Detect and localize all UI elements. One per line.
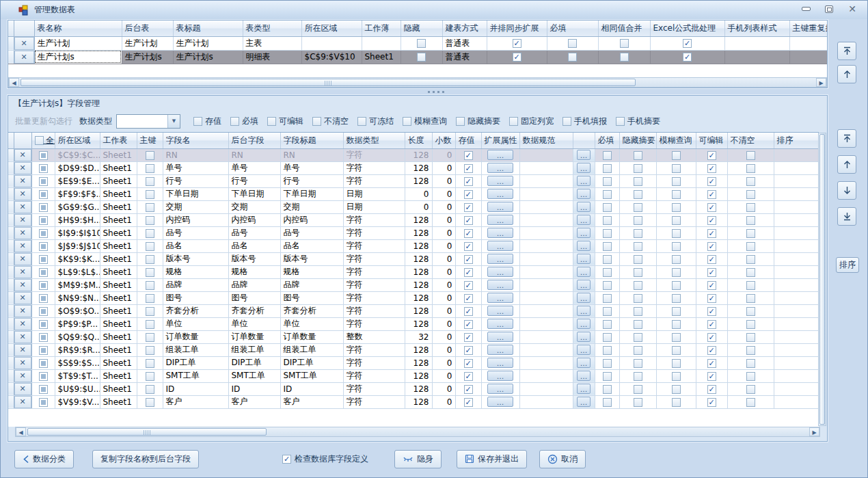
delete-row-button[interactable]: ✕ [14,51,34,64]
checkbox[interactable] [746,190,755,199]
cell-rule-picker[interactable]: … [573,265,595,278]
cell-rule-picker[interactable]: … [573,356,595,369]
cell-rule-picker[interactable]: … [573,317,595,330]
row-select-checkbox[interactable] [39,151,48,160]
cell-rule-picker[interactable]: … [573,174,595,187]
checkbox[interactable] [746,229,755,238]
rule-picker-button[interactable]: … [577,267,591,277]
row-select-checkbox[interactable] [39,216,48,225]
cell-editable[interactable]: ✓ [696,330,727,343]
checkbox[interactable]: ✓ [464,398,473,407]
cell-range[interactable]: $N$9:$N... [55,291,100,304]
cell-fuzzy-search[interactable] [656,395,696,408]
cell-backend-field[interactable]: 图号 [228,291,280,304]
cell-sync_expand[interactable]: ✓ [487,36,547,50]
cell-field-name[interactable]: 品号 [163,226,228,239]
table-row[interactable]: ✕$G$9:$G...Sheet1交期交期交期日期00✓……✓ [8,200,819,213]
checkbox[interactable] [146,359,154,368]
extended-props-button[interactable]: … [487,319,513,329]
checkbox[interactable] [746,294,755,303]
cell-not-clear[interactable] [727,265,774,278]
cell-fuzzy-search[interactable] [656,161,696,174]
checkbox[interactable] [146,281,154,290]
cell-editable[interactable]: ✓ [696,356,727,369]
cell-field-name[interactable]: DIP工单 [163,356,228,369]
extended-props-button[interactable]: … [487,358,513,368]
restore-button[interactable] [824,4,835,14]
checkbox[interactable] [603,216,612,225]
cell-field-title[interactable]: 齐套分析 [280,304,343,317]
checkbox[interactable]: ✓ [513,53,521,62]
cell-store[interactable]: ✓ [455,148,481,161]
row-select-checkbox[interactable] [39,177,48,186]
checkbox[interactable] [603,333,612,342]
cell-excel_batch[interactable]: ✓ [650,36,724,50]
checkbox[interactable] [634,229,642,238]
checkbox[interactable] [672,216,681,225]
checkbox[interactable] [620,53,629,62]
cell-sheet[interactable]: Sheet1 [100,330,137,343]
checkbox[interactable] [634,359,642,368]
cell-sort[interactable] [774,330,819,343]
cell-data-rule[interactable] [519,382,573,395]
extended-props-button[interactable]: … [487,150,513,160]
cell-required[interactable] [595,304,619,317]
cell-hide-summary[interactable] [619,317,656,330]
cell-sheet[interactable]: Sheet1 [100,369,137,382]
cell-hide-summary[interactable] [619,200,656,213]
cell-store[interactable]: ✓ [455,343,481,356]
scroll-left-icon[interactable]: ◀ [9,78,19,87]
table-row[interactable]: ✕生产计划生产计划生产计划主表普通表✓✓ [8,36,828,50]
checkbox[interactable] [634,190,642,199]
cell-store[interactable]: ✓ [455,252,481,265]
row-select-checkbox[interactable] [39,359,48,368]
toolbar-checkbox-手机填报[interactable]: 手机填报 [562,116,607,127]
checkbox[interactable] [634,333,642,342]
cell-not-clear[interactable] [727,239,774,252]
delete-row-button[interactable]: ✕ [14,37,34,50]
cell-field-name[interactable]: 单号 [163,161,228,174]
cell[interactable]: 生产计划 [122,36,173,50]
cell-field-title[interactable]: 规格 [280,265,343,278]
cell-hide-summary[interactable] [619,356,656,369]
column-header[interactable]: 工作薄 [362,21,401,36]
cell-decimals[interactable]: 0 [432,200,455,213]
checkbox[interactable] [672,333,681,342]
cell-hidden[interactable] [401,50,442,64]
datatype-dropdown[interactable]: ▼ [116,114,180,129]
checkbox[interactable]: ✓ [707,216,716,225]
cell-decimals[interactable]: 0 [432,304,455,317]
toolbar-checkbox-模糊查询[interactable]: 模糊查询 [403,116,447,127]
cell-backend-field[interactable]: 内控码 [228,213,280,226]
cell-data-rule[interactable] [519,174,573,187]
delete-row-button[interactable]: ✕ [14,201,31,213]
cell-sort[interactable] [774,343,819,356]
cell-rule-picker[interactable]: … [573,161,595,174]
checkbox[interactable] [603,242,612,251]
checkbox[interactable]: ✓ [464,268,473,277]
cell-primary-key[interactable] [137,174,163,187]
extended-props-button[interactable]: … [487,215,513,225]
field-grid-hscrollbar[interactable]: ◀ ▶ [15,427,820,437]
cell[interactable]: 生产计划s [34,50,122,64]
cell-store[interactable]: ✓ [455,239,481,252]
checkbox[interactable]: ✓ [464,216,473,225]
cell-select[interactable] [31,304,55,317]
checkbox[interactable]: ✓ [707,398,716,407]
checkbox[interactable] [568,53,577,62]
cell-field-title[interactable]: 客户 [280,395,343,408]
checkbox[interactable]: ✓ [707,268,716,277]
checkbox[interactable] [230,117,239,126]
move-field-up-button[interactable] [837,155,856,174]
column-header[interactable]: 后台表 [122,21,173,36]
scroll-right-icon[interactable]: ▶ [816,78,826,87]
checkbox[interactable] [603,359,612,368]
delete-row-button[interactable]: ✕ [14,344,31,356]
checkbox[interactable] [672,177,681,186]
checkbox-checked-icon[interactable]: ✓ [282,455,291,464]
cell-field-title[interactable]: 内控码 [280,213,343,226]
cell-extended-props[interactable]: … [481,343,519,356]
column-header[interactable]: 主键 [137,133,163,148]
table-row[interactable]: ✕$L$9:$L$...Sheet1规格规格规格字符1280✓……✓ [8,265,819,278]
table-row[interactable]: ✕$F$9:$F$...Sheet1下单日期下单日期下单日期日期00✓……✓ [8,187,819,200]
